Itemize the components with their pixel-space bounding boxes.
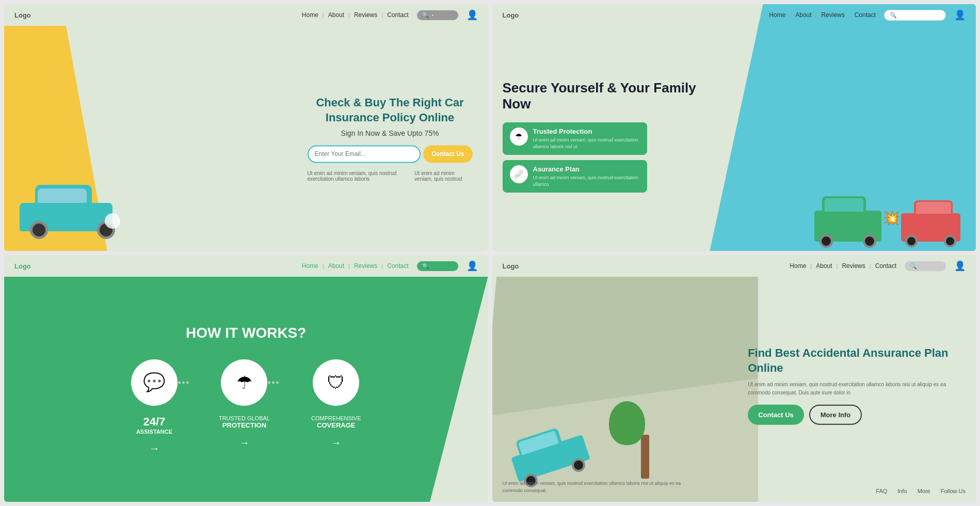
nav-home-3[interactable]: Home [302, 262, 318, 270]
footer-follow-4[interactable]: Follow Us [941, 488, 966, 494]
nav-search-4[interactable]: 🔍 [905, 261, 946, 271]
feature-icon-2-2: 🩹 [510, 165, 528, 183]
feature-bubble-3-1: 💬 [131, 359, 178, 406]
explosion-icon-2: 💥 [883, 210, 899, 226]
search-label-1: • [432, 12, 434, 18]
nav-about-1[interactable]: About [328, 11, 344, 19]
feature-sublabel-3-1: ASSISTANCE [136, 429, 172, 435]
feature-bubble-3-2: ☂ [221, 359, 267, 406]
footer-links-4: FAQ Info More Follow Us [876, 488, 966, 494]
nav-reviews-4[interactable]: Reviews [842, 262, 865, 270]
feature-item-3-3: 🛡 COMPREHENSIVE COVERAGE → [311, 359, 361, 454]
feature-title-2-2: Asurance Plan [533, 165, 640, 173]
sep-4a: | [810, 263, 812, 269]
section-title-3: HOW IT WORKS? [186, 325, 306, 341]
content-1: Check & Buy The Right Car Insurance Poli… [4, 26, 488, 251]
nav-search-1[interactable]: 🔍 • [417, 10, 458, 20]
sep-3c: | [381, 263, 383, 269]
dots-3-2 [268, 381, 279, 384]
nav-about-2[interactable]: About [795, 11, 811, 19]
nav-contact-3[interactable]: Contact [387, 262, 408, 270]
feature-text-2-1: Trusted Protection Ut enim ad minim veni… [533, 128, 640, 150]
features-row-3: 💬 24/7 ASSISTANCE → [131, 359, 361, 454]
lorem-row-1: Ut enim ad minim veniam, quis nostrud ex… [308, 171, 473, 182]
feature-bubble-3-3: 🛡 [313, 359, 359, 406]
bottom-text-4: Ut enim ad minim veniam, quis nostrud ex… [503, 480, 696, 494]
footer-faq-4[interactable]: FAQ [876, 488, 887, 494]
panel-secure-yourself: Logo Home | About | Reviews | Contact 🔍 … [492, 4, 976, 251]
arrow-3-3: → [331, 437, 341, 449]
nav-about-3[interactable]: About [328, 262, 344, 270]
logo-2: Logo [503, 11, 519, 19]
nav-reviews-2[interactable]: Reviews [821, 11, 844, 19]
user-icon-3[interactable]: 👤 [467, 260, 478, 272]
sep-1a: | [323, 12, 324, 18]
search-icon-3: 🔍 [422, 263, 429, 270]
contact-button-4[interactable]: Contact Us [748, 405, 804, 425]
panel-check-buy: Logo Home | About | Reviews | Contact 🔍 … [4, 4, 488, 251]
logo-1: Logo [14, 11, 31, 19]
subtitle-1: Sign In Now & Save Upto 75% [308, 130, 473, 138]
nav-reviews-1[interactable]: Reviews [354, 11, 377, 19]
nav-reviews-3[interactable]: Reviews [354, 262, 377, 270]
email-input-1[interactable] [308, 146, 421, 163]
dot-2 [182, 381, 185, 384]
nav-contact-4[interactable]: Contact [875, 262, 896, 270]
sep-4b: | [837, 263, 838, 269]
navbar-1: Logo Home | About | Reviews | Contact 🔍 … [4, 4, 488, 26]
feature-number-3-1: 24/7 [136, 415, 172, 429]
feature-desc-2-2: Ut enim ad minim veniam, quis nostrud ex… [533, 175, 640, 187]
content-4: Find Best Accidental Ansurance Plan Onli… [492, 277, 976, 502]
nav-about-4[interactable]: About [816, 262, 832, 270]
nav-contact-1[interactable]: Contact [387, 11, 408, 19]
left-text-2: Secure Yourself & Your Family Now ☂ Trus… [503, 80, 711, 198]
nav-links-1: Home | About | Reviews | Contact [302, 11, 409, 19]
dot-3 [186, 381, 189, 384]
user-icon-2[interactable]: 👤 [954, 9, 966, 21]
nav-links-3: Home | About | Reviews | Contact [302, 262, 409, 270]
footer-info-4[interactable]: Info [897, 488, 907, 494]
text-area-1: Check & Buy The Right Car Insurance Poli… [308, 96, 473, 182]
feature-line2-3-2: PROTECTION [219, 421, 270, 429]
logo-3: Logo [14, 262, 31, 270]
feature-card-2-1: ☂ Trusted Protection Ut enim ad minim ve… [503, 122, 647, 155]
footer-more-4[interactable]: More [918, 488, 930, 494]
user-icon-4[interactable]: 👤 [954, 260, 966, 272]
user-icon-1[interactable]: 👤 [467, 9, 478, 21]
car-scene-4 [492, 277, 759, 502]
sep-1c: | [381, 12, 383, 18]
nav-contact-2[interactable]: Contact [855, 11, 876, 19]
panel-find-best: Logo Home | About | Reviews | Contact 🔍 … [492, 255, 976, 502]
nav-home-4[interactable]: Home [790, 262, 806, 270]
navbar-3: Logo Home | About | Reviews | Contact 🔍 … [4, 255, 488, 277]
green-panel-3: HOW IT WORKS? 💬 24/7 ASSISTANCE [4, 277, 488, 502]
nav-home-2[interactable]: Home [769, 11, 785, 19]
feature-item-3-2: ☂ TRUSTED GLOBAL PROTECTION → [219, 359, 270, 454]
search-icon-1: 🔍 [422, 12, 429, 19]
email-row-1: Contact Us [308, 146, 473, 163]
arrow-3-2: → [239, 437, 249, 449]
panel-how-it-works: Logo Home | About | Reviews | Contact 🔍 … [4, 255, 488, 502]
lorem-text-4: Ut enim ad minim veniam, quis nostrud ex… [748, 381, 966, 397]
right-text-4: Find Best Accidental Ansurance Plan Onli… [748, 346, 966, 425]
more-info-button-4[interactable]: More Info [809, 405, 862, 425]
tree-trunk-4 [641, 435, 649, 479]
main-title-4: Find Best Accidental Ansurance Plan Onli… [748, 346, 966, 375]
sep-2c: | [849, 12, 850, 18]
feature-desc-2-1: Ut enim ad minim veniam, quis nostrud ex… [533, 137, 640, 150]
feature-line2-3-3: COVERAGE [311, 421, 361, 429]
search-icon-4: 🔍 [910, 263, 917, 270]
feature-text-2-2: Asurance Plan Ut enim ad minim veniam, q… [533, 165, 640, 187]
content-2: Secure Yourself & Your Family Now ☂ Trus… [492, 26, 976, 251]
nav-home-1[interactable]: Home [302, 11, 318, 19]
search-icon-2: 🔍 [890, 12, 897, 19]
logo-4: Logo [503, 262, 519, 270]
contact-button-1[interactable]: Contact Us [423, 146, 472, 163]
nav-search-2[interactable]: 🔍 [884, 10, 946, 21]
bubble-container-3-1: 💬 [131, 359, 178, 406]
feature-label-3-2: TRUSTED GLOBAL PROTECTION [219, 415, 270, 429]
dot-6 [276, 381, 279, 384]
main-title-1: Check & Buy The Right Car Insurance Poli… [308, 96, 473, 125]
nav-search-3[interactable]: 🔍 [417, 261, 458, 271]
feature-card-2-2: 🩹 Asurance Plan Ut enim ad minim veniam,… [503, 160, 647, 193]
